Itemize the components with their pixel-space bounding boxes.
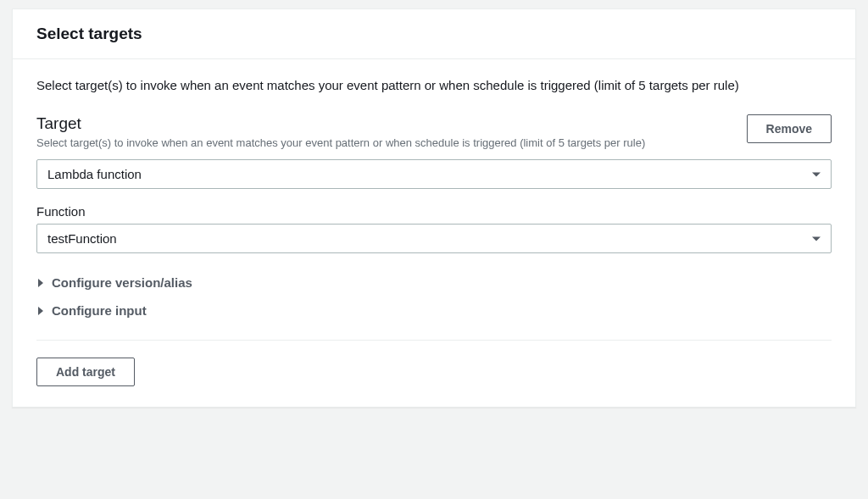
target-type-select[interactable]: Lambda function bbox=[36, 159, 832, 189]
caret-right-icon bbox=[38, 307, 43, 315]
target-type-field: Lambda function bbox=[36, 159, 832, 189]
caret-down-icon bbox=[812, 172, 821, 176]
function-label: Function bbox=[36, 204, 832, 219]
select-targets-panel: Select targets Select target(s) to invok… bbox=[12, 8, 856, 408]
panel-description: Select target(s) to invoke when an event… bbox=[36, 76, 832, 96]
configure-version-alias-label: Configure version/alias bbox=[52, 275, 192, 290]
caret-right-icon bbox=[38, 279, 43, 287]
target-help-text: Select target(s) to invoke when an event… bbox=[36, 135, 730, 152]
configure-input-label: Configure input bbox=[52, 303, 147, 318]
function-value: testFunction bbox=[47, 231, 117, 246]
panel-title: Select targets bbox=[36, 25, 832, 43]
remove-button[interactable]: Remove bbox=[747, 114, 832, 143]
configure-input-toggle[interactable]: Configure input bbox=[36, 297, 832, 324]
function-select[interactable]: testFunction bbox=[36, 224, 832, 253]
caret-down-icon bbox=[812, 236, 821, 241]
target-label: Target bbox=[36, 114, 730, 133]
function-field: Function testFunction bbox=[36, 204, 832, 253]
target-type-value: Lambda function bbox=[47, 167, 142, 181]
configure-version-alias-toggle[interactable]: Configure version/alias bbox=[36, 269, 832, 297]
panel-body: Select target(s) to invoke when an event… bbox=[13, 59, 855, 407]
panel-header: Select targets bbox=[13, 9, 855, 59]
divider bbox=[36, 340, 832, 341]
target-header-text: Target Select target(s) to invoke when a… bbox=[36, 114, 730, 152]
add-target-button[interactable]: Add target bbox=[36, 358, 135, 386]
target-header-row: Target Select target(s) to invoke when a… bbox=[36, 114, 832, 152]
